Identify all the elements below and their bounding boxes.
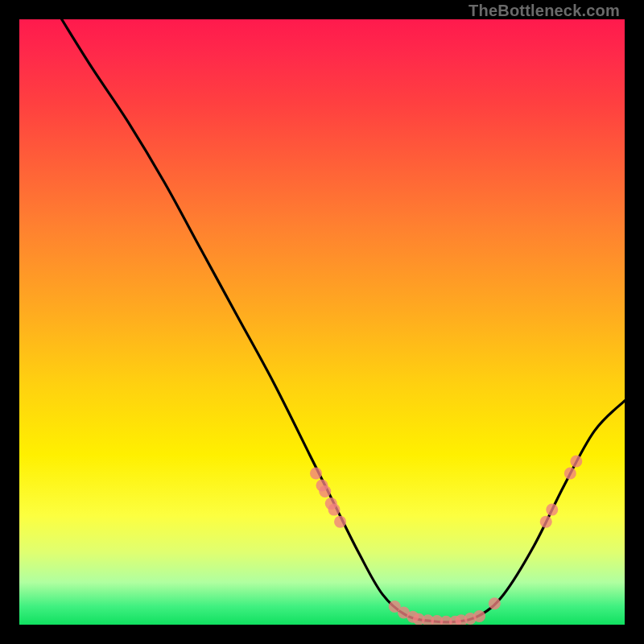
curve-marker [334,516,346,528]
curve-marker [328,504,341,516]
curve-marker [473,610,485,622]
plot-area [19,19,625,625]
watermark-text: TheBottleneck.com [469,2,620,20]
curve-line [62,19,625,622]
chart-frame: TheBottleneck.com [19,19,625,625]
curve-marker [564,468,576,480]
chart-svg [19,19,625,625]
curve-marker [310,468,322,480]
curve-marker [540,516,552,528]
curve-marker [489,597,501,609]
curve-marker [319,485,331,497]
curve-marker [546,504,558,516]
curve-marker [570,455,582,467]
